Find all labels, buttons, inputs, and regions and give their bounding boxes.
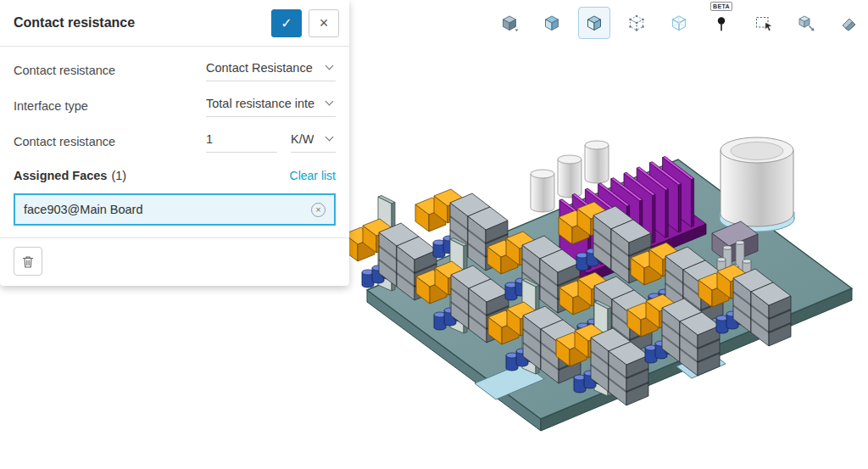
- form-row: Interface type Total resistance inte: [14, 88, 336, 124]
- form-row: Contact resistance K/W: [14, 124, 336, 159]
- beta-badge: BETA: [710, 2, 732, 11]
- view-cube-menu-button[interactable]: [493, 7, 526, 39]
- assigned-faces-row: Assigned Faces (1) Clear list: [0, 159, 349, 192]
- panel-footer: [0, 237, 349, 284]
- isometric-view-icon: [585, 14, 604, 32]
- box-select-button[interactable]: [748, 7, 780, 39]
- view-cube-icon: [500, 14, 519, 32]
- isometric-view-button[interactable]: [578, 7, 610, 39]
- trash-icon: [21, 254, 35, 269]
- vertex-select-button[interactable]: [620, 7, 653, 39]
- eraser-icon: [839, 14, 858, 32]
- assigned-faces-label: Assigned Faces: [14, 169, 107, 182]
- assigned-faces-count: (1): [111, 169, 126, 182]
- transparent-view-button[interactable]: [663, 7, 695, 39]
- contact-resistance-value-label: Contact resistance: [14, 135, 206, 148]
- contact-resistance-type-label: Contact resistance: [14, 64, 206, 77]
- contact-resistance-panel: Contact resistance ✓ × Contact resistanc…: [0, 0, 349, 286]
- panel-header: Contact resistance ✓ ×: [0, 0, 349, 47]
- value-field-wrap: [206, 131, 277, 153]
- assigned-face-chip[interactable]: face903@Main Board ×: [14, 193, 336, 226]
- check-icon: ✓: [281, 15, 292, 31]
- fit-view-button[interactable]: [536, 7, 568, 39]
- large-cylinder-component[interactable]: [720, 137, 794, 232]
- probe-point-icon: [712, 14, 731, 32]
- remove-face-button[interactable]: ×: [311, 203, 326, 217]
- contact-resistance-type-dropdown[interactable]: Contact Resistance: [206, 59, 336, 81]
- dropdown-value: Total resistance inte: [206, 97, 314, 110]
- viewport-toolbar: BETA: [493, 7, 865, 39]
- close-icon: ×: [320, 14, 329, 32]
- eraser-button[interactable]: [832, 7, 865, 39]
- interface-type-label: Interface type: [14, 99, 206, 113]
- form-row: Contact resistance Contact Resistance: [14, 53, 336, 88]
- panel-form: Contact resistance Contact Resistance In…: [0, 47, 349, 159]
- remove-icon: ×: [315, 204, 320, 215]
- box-select-icon: [754, 14, 773, 32]
- transparent-view-icon: [670, 14, 688, 32]
- vertex-select-icon: [627, 14, 646, 32]
- clear-list-link[interactable]: Clear list: [290, 169, 336, 182]
- close-button[interactable]: ×: [309, 9, 339, 37]
- confirm-button[interactable]: ✓: [271, 9, 302, 37]
- contact-resistance-value-input[interactable]: [206, 132, 275, 146]
- assigned-face-name: face903@Main Board: [24, 203, 142, 216]
- app-window: BETA: [0, 0, 868, 469]
- chevron-down-icon: [326, 98, 334, 106]
- chevron-down-icon: [326, 62, 334, 70]
- fit-view-icon: [542, 14, 561, 32]
- transform-part-icon: [797, 14, 815, 32]
- delete-button[interactable]: [14, 247, 42, 276]
- unit-dropdown[interactable]: K/W: [291, 131, 336, 153]
- interface-type-dropdown[interactable]: Total resistance inte: [206, 95, 336, 117]
- probe-point-button[interactable]: BETA: [705, 7, 737, 39]
- chevron-down-icon: [326, 133, 334, 142]
- dropdown-value: Contact Resistance: [206, 61, 313, 75]
- transform-part-button[interactable]: [790, 7, 822, 39]
- panel-title: Contact resistance: [14, 15, 271, 31]
- unit-value: K/W: [291, 132, 314, 146]
